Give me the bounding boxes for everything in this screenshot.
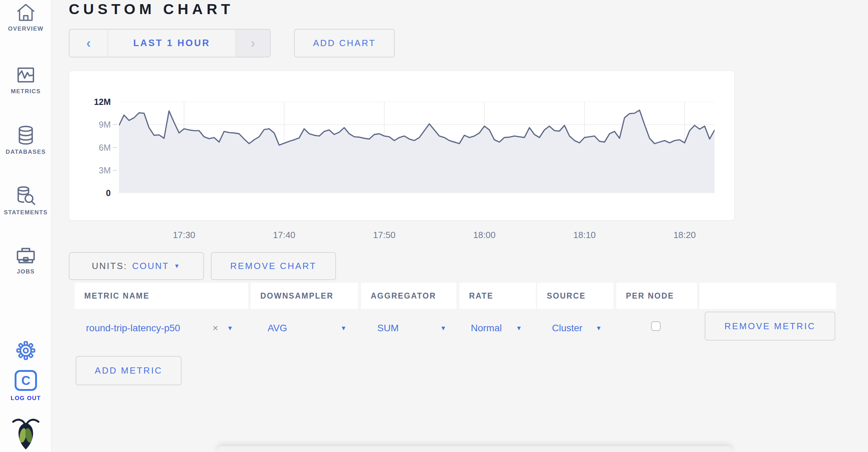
per-node-checkbox[interactable]	[651, 321, 661, 331]
units-dropdown[interactable]: UNITS: COUNT ▼	[69, 252, 204, 280]
time-window-selector: ‹ LAST 1 HOUR ›	[69, 29, 271, 57]
source-value: Cluster	[552, 323, 583, 334]
y-axis-tick-mark	[113, 124, 117, 125]
timeseries-chart[interactable]: 03M6M9M12M17:3017:4017:5018:0018:1018:20	[119, 102, 715, 193]
logout-label: LOG OUT	[0, 395, 52, 402]
logout-button[interactable]: C LOG OUT	[0, 369, 52, 402]
add-chart-button[interactable]: ADD CHART	[294, 29, 395, 57]
column-header-per-node: PER NODE	[616, 283, 697, 309]
gear-icon	[0, 341, 52, 360]
cockroach-bug-icon	[0, 417, 52, 450]
column-header-metric-name: METRIC NAME	[75, 283, 248, 309]
aggregator-select[interactable]: SUM	[377, 309, 399, 347]
aggregator-chevron-down-icon[interactable]: ▼	[440, 309, 446, 347]
sidebar-item-label: METRICS	[0, 88, 52, 95]
briefcase-icon	[0, 246, 52, 265]
y-axis-tick-label: 6M	[89, 142, 111, 152]
sidebar-item-databases[interactable]: DATABASES	[0, 125, 52, 155]
y-axis-tick-label: 3M	[89, 165, 111, 175]
cockroach-logo	[0, 417, 52, 450]
sidebar-item-label: OVERVIEW	[0, 25, 52, 32]
metrics-icon	[0, 65, 52, 85]
x-axis-tick-label: 18:00	[473, 230, 496, 240]
sidebar-item-statements[interactable]: STATEMENTS	[0, 186, 52, 216]
sidebar-item-jobs[interactable]: JOBS	[0, 246, 52, 275]
x-axis-tick-label: 17:50	[373, 230, 395, 240]
remove-chart-button[interactable]: REMOVE CHART	[211, 252, 336, 280]
y-axis-tick-label: 0	[89, 188, 111, 198]
add-metric-button[interactable]: ADD METRIC	[76, 356, 182, 385]
y-axis-tick-mark	[113, 147, 117, 148]
sidebar-item-label: STATEMENTS	[0, 209, 52, 216]
chevron-right-icon: ›	[251, 35, 255, 51]
next-panel-edge	[217, 446, 733, 452]
y-axis-tick-mark	[113, 170, 117, 171]
aggregator-value: SUM	[377, 323, 399, 334]
units-value: COUNT	[132, 261, 169, 271]
rate-value: Normal	[471, 323, 502, 334]
metric-name-select[interactable]: round-trip-latency-p50	[86, 309, 180, 347]
sidebar-item-metrics[interactable]: METRICS	[0, 65, 52, 95]
chart-canvas	[119, 102, 715, 193]
y-axis-tick-label: 12M	[89, 97, 111, 107]
time-window-label[interactable]: LAST 1 HOUR	[108, 30, 236, 57]
page-title: CUSTOM CHART	[69, 1, 234, 18]
x-axis-tick-label: 17:40	[273, 230, 295, 240]
source-select[interactable]: Cluster	[552, 309, 583, 347]
metric-chevron-down-icon[interactable]: ▼	[227, 309, 233, 347]
x-axis-tick-label: 18:20	[673, 230, 696, 240]
column-header-rate: RATE	[459, 283, 536, 309]
chart-card: 03M6M9M12M17:3017:4017:5018:0018:1018:20	[69, 71, 735, 220]
downsampler-chevron-down-icon[interactable]: ▼	[340, 309, 347, 347]
home-icon	[0, 3, 52, 22]
database-icon	[0, 125, 52, 145]
metric-row: round-trip-latency-p50 × ▼ AVG ▼ SUM ▼ N…	[0, 309, 868, 347]
sidebar: OVERVIEW METRICS DATABASES	[0, 0, 52, 452]
remove-metric-button[interactable]: REMOVE METRIC	[705, 312, 835, 341]
sidebar-item-overview[interactable]: OVERVIEW	[0, 3, 52, 32]
logout-c-icon: C	[0, 369, 52, 391]
downsampler-value: AVG	[268, 323, 287, 334]
units-label: UNITS:	[92, 261, 127, 271]
chevron-down-icon: ▼	[174, 263, 181, 270]
metric-name-value: round-trip-latency-p50	[86, 323, 180, 334]
x-axis-tick-label: 18:10	[573, 230, 596, 240]
x-axis-tick-label: 17:30	[173, 230, 195, 240]
rate-chevron-down-icon[interactable]: ▼	[516, 309, 522, 347]
statements-icon	[0, 186, 52, 206]
downsampler-select[interactable]: AVG	[268, 309, 287, 347]
chevron-left-icon: ‹	[86, 35, 91, 51]
clear-metric-icon[interactable]: ×	[213, 309, 218, 347]
column-header-downsampler: DOWNSAMPLER	[251, 283, 358, 309]
column-header-aggregator: AGGREGATOR	[361, 283, 456, 309]
time-prev-button[interactable]: ‹	[69, 30, 108, 57]
series-area	[119, 110, 715, 193]
time-next-button[interactable]: ›	[236, 30, 270, 57]
y-axis-tick-label: 9M	[89, 120, 111, 130]
column-header-source: SOURCE	[537, 283, 614, 309]
source-chevron-down-icon[interactable]: ▼	[596, 309, 602, 347]
rate-select[interactable]: Normal	[471, 309, 502, 347]
column-header-actions	[699, 283, 836, 309]
sidebar-item-label: DATABASES	[0, 149, 52, 155]
sidebar-item-label: JOBS	[0, 268, 52, 275]
settings-button[interactable]	[0, 341, 52, 360]
svg-text:C: C	[21, 374, 30, 388]
